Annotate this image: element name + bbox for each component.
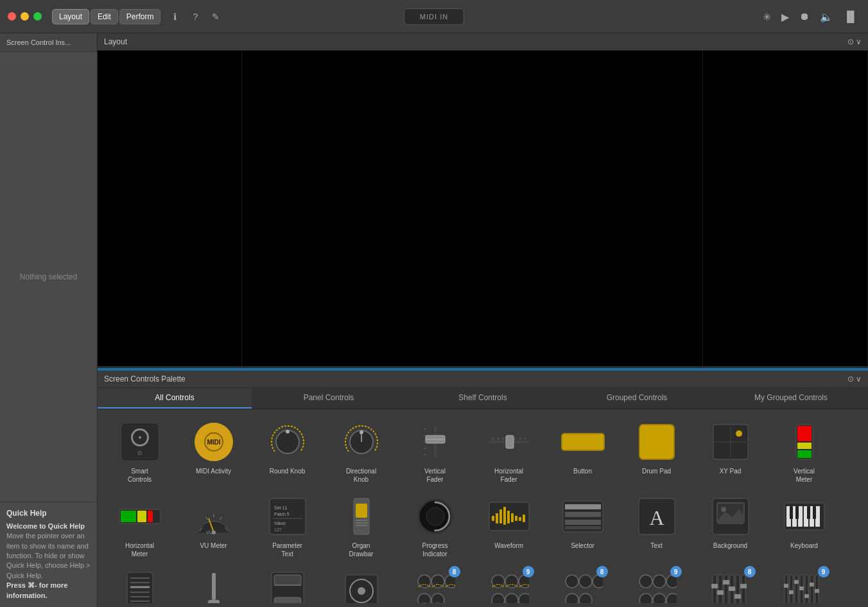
tab-all-controls[interactable]: All Controls	[98, 388, 252, 409]
content-area: Layout ⊙ ∨ Screen Controls Palette ⊙ ∨ A…	[98, 33, 868, 607]
control-foot-pedal[interactable]: Foot Pedal	[250, 563, 324, 603]
tab-grouped-controls[interactable]: Grouped Controls	[560, 388, 714, 409]
svg-rect-129	[713, 575, 716, 603]
volume-icon[interactable]: 🔈	[820, 10, 833, 22]
control-organ-drawbar[interactable]: OrganDrawbar	[324, 489, 398, 563]
layout-panel-actions[interactable]: ⊙ ∨	[847, 37, 862, 46]
svg-rect-16	[506, 435, 514, 448]
minimize-button[interactable]	[21, 12, 29, 21]
control-progress-indicator[interactable]: ProgressIndicator	[398, 489, 472, 563]
text-label: Text	[650, 541, 662, 550]
control-8-vertical-faders[interactable]: 8	[693, 563, 767, 603]
control-midi-activity[interactable]: MIDI MIDI Activity	[177, 414, 250, 489]
selector-icon	[560, 494, 605, 539]
svg-rect-62	[499, 509, 502, 523]
control-smart-controls[interactable]: ⊙ SmartControls	[103, 414, 177, 489]
8-directional-knobs-badge: 8	[449, 566, 460, 577]
edit-button[interactable]: Edit	[91, 9, 118, 24]
svg-point-128	[666, 594, 677, 603]
record-icon[interactable]: ⏺	[799, 11, 810, 22]
svg-rect-136	[729, 586, 735, 591]
control-background[interactable]: Background	[693, 489, 767, 563]
svg-rect-34	[121, 511, 136, 522]
svg-rect-150	[804, 594, 809, 598]
main-layout: Screen Control Ins... Nothing selected Q…	[0, 33, 868, 607]
control-xy-pad[interactable]: XY Pad	[693, 414, 767, 489]
play-icon[interactable]: ▶	[781, 10, 789, 22]
control-parameter-text[interactable]: Set 11 Patch 5 Value: 127 ParameterText	[250, 489, 324, 563]
svg-text:127: 127	[274, 527, 282, 532]
layout-col-1	[98, 51, 242, 366]
palette-header: Screen Controls Palette ⊙ ∨	[98, 371, 868, 388]
svg-rect-145	[795, 575, 798, 603]
svg-rect-152	[810, 583, 814, 586]
tab-panel-controls[interactable]: Panel Controls	[252, 388, 406, 409]
svg-rect-98	[212, 573, 216, 600]
control-8-round-knobs[interactable]: 8 8 RoundKnobs	[546, 563, 620, 603]
layout-col-2	[242, 51, 703, 366]
layout-expand-icon[interactable]: ⊙ ∨	[847, 37, 862, 46]
maximize-button[interactable]	[33, 12, 42, 21]
horizontal-fader-label: HorizontalFader	[494, 467, 523, 484]
midi-in-button[interactable]: MIDI IN	[404, 8, 464, 25]
perform-button[interactable]: Perform	[119, 9, 161, 24]
info-icon[interactable]: ℹ	[168, 10, 181, 23]
svg-rect-85	[815, 506, 820, 527]
nothing-selected-label: Nothing selected	[20, 272, 77, 281]
vu-meter-label: VU Meter	[200, 541, 227, 550]
svg-rect-30	[797, 450, 812, 458]
svg-point-118	[566, 575, 578, 588]
control-mod-pitch-wheel[interactable]: Mod/PitchWheel	[103, 563, 177, 603]
control-round-knob[interactable]: Round Knob	[250, 414, 324, 489]
svg-rect-72	[565, 520, 601, 525]
control-vertical-meter[interactable]: VerticalMeter	[767, 414, 841, 489]
control-vertical-fader[interactable]: VerticalFader	[398, 414, 472, 489]
metronome-icon[interactable]: ✳	[763, 10, 771, 22]
8-vertical-faders-badge: 8	[744, 566, 756, 577]
smart-controls-icon: ⊙	[117, 419, 162, 464]
close-button[interactable]	[8, 12, 16, 21]
tab-my-grouped-controls[interactable]: My Grouped Controls	[714, 388, 868, 409]
control-9-directional-knobs[interactable]: 9 9 DirectionalKno	[472, 563, 546, 603]
palette-actions[interactable]: ⊙ ∨	[847, 374, 862, 383]
smart-controls-label: SmartControls	[128, 467, 152, 484]
svg-rect-66	[515, 516, 517, 521]
horizontal-meter-icon	[117, 494, 162, 539]
control-vu-meter[interactable]: VU VU Meter	[177, 489, 250, 563]
control-horizontal-meter[interactable]: HorizontalMeter	[103, 489, 177, 563]
control-waveform[interactable]: Waveform	[472, 489, 546, 563]
9-round-knobs-badge: 9	[670, 566, 682, 577]
control-9-vertical-faders[interactable]: 9	[767, 563, 841, 603]
tab-shelf-controls[interactable]: Shelf Controls	[406, 388, 560, 409]
control-keyboard[interactable]: Keyboard	[767, 489, 841, 563]
control-8-directional-knobs[interactable]: 8 8	[398, 563, 472, 603]
sidebar-header: Screen Control Ins...	[0, 33, 97, 52]
layout-button[interactable]: Layout	[52, 9, 89, 24]
svg-text:MIDI: MIDI	[207, 439, 220, 446]
drum-pad-icon	[634, 419, 679, 464]
help-icon[interactable]: ?	[189, 10, 202, 23]
control-9-round-knobs[interactable]: 9 9 RoundKnobs	[620, 563, 693, 603]
control-horizontal-fader[interactable]: HorizontalFader	[472, 414, 546, 489]
control-foot-switch[interactable]: Foot Switch	[324, 563, 398, 603]
svg-rect-82	[798, 506, 803, 527]
toolbar-info-icons: ℹ ? ✎	[168, 10, 222, 23]
svg-point-2	[276, 430, 299, 453]
levels-icon[interactable]: ▐▌	[843, 11, 858, 22]
control-sustain[interactable]: Sustain	[177, 563, 250, 603]
button-icon	[560, 419, 605, 464]
xy-pad-label: XY Pad	[720, 467, 742, 475]
svg-rect-61	[496, 513, 498, 523]
background-label: Background	[713, 541, 747, 550]
svg-rect-139	[742, 575, 745, 603]
layout-panel-header: Layout ⊙ ∨	[98, 33, 868, 51]
control-selector[interactable]: Selector	[546, 489, 620, 563]
control-directional-knob[interactable]: DirectionalKnob	[324, 414, 398, 489]
control-drum-pad[interactable]: Drum Pad	[620, 414, 693, 489]
pen-icon[interactable]: ✎	[209, 10, 222, 23]
control-button[interactable]: Button	[546, 414, 620, 489]
svg-point-122	[579, 594, 592, 603]
control-text[interactable]: A Text	[620, 489, 693, 563]
svg-point-127	[653, 594, 666, 603]
sidebar-content: Nothing selected	[0, 52, 97, 502]
